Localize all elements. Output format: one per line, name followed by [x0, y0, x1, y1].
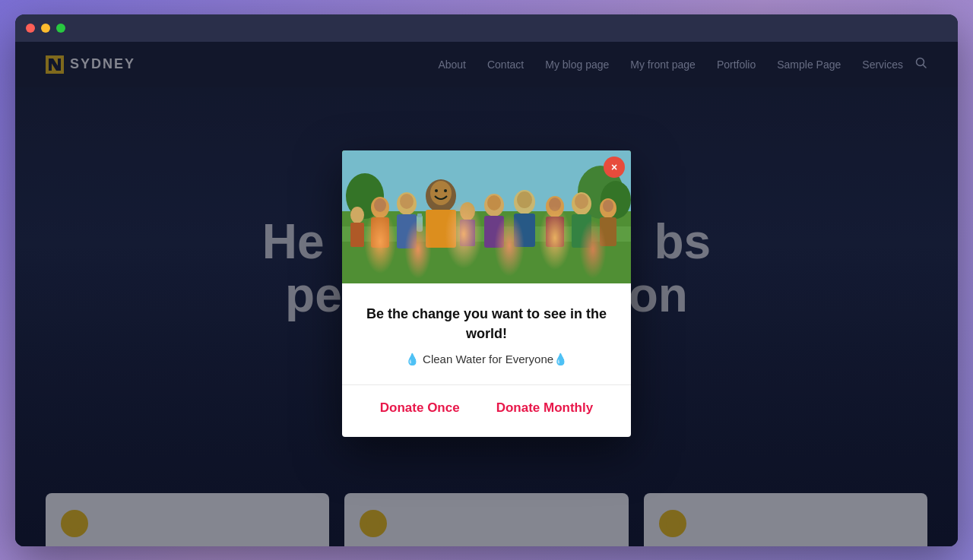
modal-divider [342, 384, 631, 385]
svg-point-39 [546, 196, 564, 217]
traffic-light-green[interactable] [56, 24, 65, 33]
modal-subtitle: 💧 Clean Water for Everyone💧 [360, 353, 613, 366]
svg-rect-22 [397, 214, 417, 248]
svg-point-45 [600, 198, 616, 218]
svg-point-41 [549, 198, 561, 211]
modal-actions: Donate Once Donate Monthly [360, 400, 613, 422]
svg-rect-46 [600, 217, 616, 246]
svg-point-21 [397, 192, 417, 215]
svg-point-20 [374, 198, 386, 212]
svg-point-24 [426, 179, 456, 213]
svg-point-36 [514, 190, 535, 214]
traffic-light-red[interactable] [26, 24, 35, 33]
svg-rect-12 [342, 150, 631, 211]
svg-point-13 [346, 173, 384, 219]
browser-titlebar [15, 14, 958, 42]
modal-body: Be the change you want to see in the wor… [342, 283, 631, 436]
browser-content: SYDNEY About Contact My blog page My fro… [15, 42, 958, 546]
svg-point-42 [572, 192, 591, 215]
modal-title: Be the change you want to see in the wor… [360, 305, 613, 343]
browser-window: SYDNEY About Contact My blog page My fro… [15, 14, 958, 546]
modal: × Be the change you want to see in the w… [342, 150, 631, 436]
svg-point-25 [430, 181, 452, 205]
modal-overlay[interactable]: × Be the change you want to see in the w… [15, 42, 958, 546]
svg-rect-11 [342, 150, 631, 283]
traffic-light-yellow[interactable] [41, 24, 50, 33]
svg-point-15 [601, 181, 631, 219]
svg-rect-16 [342, 226, 631, 283]
svg-point-28 [444, 189, 447, 192]
modal-image: × [342, 150, 631, 283]
donate-once-button[interactable]: Donate Once [380, 400, 460, 416]
svg-point-23 [400, 194, 414, 209]
close-icon: × [611, 161, 617, 173]
svg-point-35 [487, 195, 501, 210]
svg-point-18 [371, 197, 389, 218]
svg-point-50 [350, 207, 364, 223]
svg-point-47 [603, 200, 613, 212]
svg-rect-19 [371, 217, 389, 248]
svg-rect-30 [417, 214, 422, 217]
svg-point-48 [460, 202, 475, 220]
svg-rect-43 [572, 214, 591, 248]
svg-point-33 [484, 194, 504, 217]
donate-monthly-button[interactable]: Donate Monthly [496, 400, 594, 416]
svg-rect-29 [417, 215, 423, 232]
svg-rect-40 [546, 217, 564, 247]
svg-rect-31 [465, 217, 471, 234]
svg-rect-34 [484, 216, 504, 248]
svg-point-38 [517, 191, 532, 208]
svg-rect-51 [350, 223, 364, 247]
svg-rect-17 [342, 242, 631, 283]
modal-close-button[interactable]: × [604, 157, 625, 178]
svg-rect-26 [426, 210, 456, 248]
svg-point-44 [575, 194, 588, 209]
svg-rect-32 [466, 216, 471, 220]
svg-rect-37 [514, 214, 535, 247]
svg-rect-49 [460, 220, 475, 246]
svg-point-27 [435, 189, 438, 192]
svg-rect-52 [342, 150, 631, 283]
